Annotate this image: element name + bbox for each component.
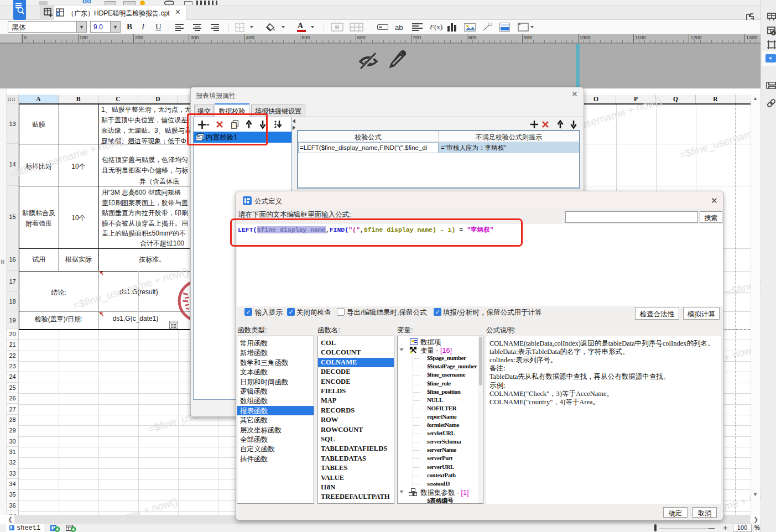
svg-text:i: i bbox=[773, 31, 774, 35]
